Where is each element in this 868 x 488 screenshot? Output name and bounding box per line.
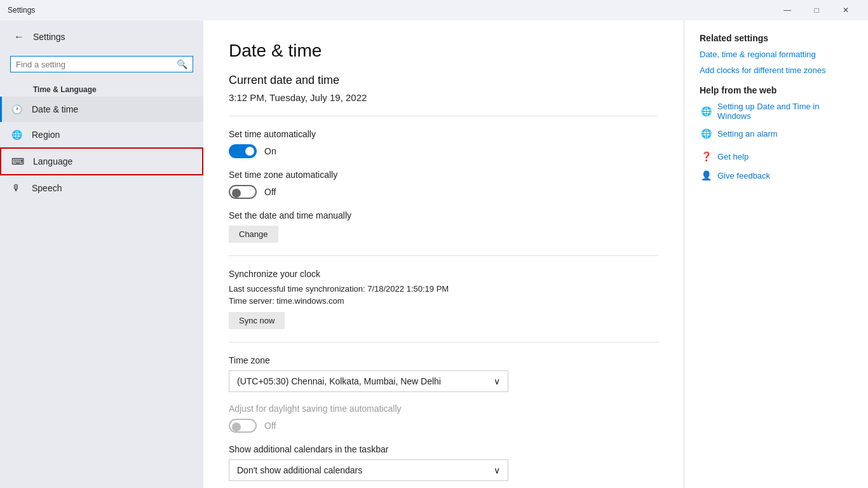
back-button[interactable]: ← <box>10 28 28 46</box>
get-help-link[interactable]: Get help <box>717 152 749 161</box>
section-title: Current date and time <box>229 74 658 87</box>
timezone-chevron-icon: ∨ <box>494 376 500 386</box>
sidebar-header: ← Settings <box>0 20 203 53</box>
close-button[interactable]: ✕ <box>831 0 860 20</box>
set-time-auto-state: On <box>264 146 276 156</box>
additional-cal-dropdown[interactable]: Don't show additional calendars ∨ <box>229 459 508 481</box>
get-help-row[interactable]: ❓ Get help <box>700 150 853 163</box>
set-manual-label: Set the date and time manually <box>229 210 658 220</box>
sidebar-app-title: Settings <box>33 32 65 42</box>
help-link-1-icon: 🌐 <box>700 105 712 118</box>
help-link-1[interactable]: Setting up Date and Time in Windows <box>717 102 853 121</box>
give-feedback-row[interactable]: 👤 Give feedback <box>700 169 853 182</box>
sidebar-item-speech[interactable]: 🎙 Speech <box>0 175 203 201</box>
set-time-auto-row: Set time automatically On <box>229 129 658 158</box>
set-manual-row: Set the date and time manually Change <box>229 210 658 243</box>
help-title: Help from the web <box>700 85 853 95</box>
set-timezone-auto-toggle-row: Off <box>229 185 658 199</box>
right-panel: Related settings Date, time & regional f… <box>684 20 868 488</box>
sync-last: Last successful time synchronization: 7/… <box>229 284 658 294</box>
give-feedback-icon: 👤 <box>700 169 712 182</box>
daylight-toggle-row: Off <box>229 419 658 433</box>
toggle-thumb-time <box>245 147 254 156</box>
additional-cal-row: Show additional calendars in the taskbar… <box>229 444 658 481</box>
search-box[interactable]: 🔍 <box>10 56 193 72</box>
titlebar-controls: — □ ✕ <box>773 0 860 20</box>
sidebar: ← Settings 🔍 Time & Language 🕐 Date & ti… <box>0 20 203 488</box>
set-time-auto-toggle-row: On <box>229 144 658 158</box>
sidebar-item-label-region: Region <box>32 130 60 140</box>
sidebar-item-label-date-time: Date & time <box>32 104 78 114</box>
related-link-2[interactable]: Add clocks for different time zones <box>700 65 853 75</box>
sidebar-item-region[interactable]: 🌐 Region <box>0 122 203 147</box>
help-link-2-icon: 🌐 <box>700 127 712 140</box>
daylight-row: Adjust for daylight saving time automati… <box>229 403 658 433</box>
set-timezone-auto-state: Off <box>264 187 276 197</box>
daylight-label: Adjust for daylight saving time automati… <box>229 403 658 414</box>
cal-chevron-icon: ∨ <box>494 465 500 475</box>
search-icon: 🔍 <box>177 59 187 69</box>
app-container: ← Settings 🔍 Time & Language 🕐 Date & ti… <box>0 20 868 488</box>
timezone-label: Time zone <box>229 355 658 365</box>
sync-row: Synchronize your clock Last successful t… <box>229 269 658 329</box>
minimize-button[interactable]: — <box>773 0 802 20</box>
main-content: Date & time Current date and time 3:12 P… <box>203 20 684 488</box>
toggle-thumb-daylight <box>232 423 241 431</box>
timezone-dropdown[interactable]: (UTC+05:30) Chennai, Kolkata, Mumbai, Ne… <box>229 370 508 392</box>
sidebar-item-language[interactable]: ⌨ Language <box>0 147 203 175</box>
divider-1 <box>229 116 658 116</box>
additional-cal-value: Don't show additional calendars <box>237 465 362 475</box>
set-time-auto-label: Set time automatically <box>229 129 658 139</box>
help-link-1-row[interactable]: 🌐 Setting up Date and Time in Windows <box>700 102 853 121</box>
give-feedback-link[interactable]: Give feedback <box>717 171 770 180</box>
get-help-icon: ❓ <box>700 150 712 163</box>
help-link-2[interactable]: Setting an alarm <box>717 129 778 139</box>
sync-server: Time server: time.windows.com <box>229 296 658 306</box>
divider-3 <box>229 342 658 342</box>
language-icon: ⌨ <box>11 155 24 168</box>
toggle-thumb-timezone <box>232 189 241 198</box>
set-timezone-auto-label: Set time zone automatically <box>229 170 658 180</box>
related-link-1[interactable]: Date, time & regional formatting <box>700 50 853 59</box>
daylight-state: Off <box>264 421 276 431</box>
divider-2 <box>229 255 658 256</box>
page-title: Date & time <box>229 41 658 61</box>
set-timezone-auto-row: Set time zone automatically Off <box>229 170 658 199</box>
related-settings-title: Related settings <box>700 33 853 43</box>
daylight-toggle[interactable] <box>229 419 257 433</box>
maximize-button[interactable]: □ <box>802 0 831 20</box>
set-timezone-auto-toggle[interactable] <box>229 185 257 199</box>
timezone-value: (UTC+05:30) Chennai, Kolkata, Mumbai, Ne… <box>237 376 441 386</box>
timezone-row: Time zone (UTC+05:30) Chennai, Kolkata, … <box>229 355 658 392</box>
titlebar-title: Settings <box>8 6 773 15</box>
help-link-2-row[interactable]: 🌐 Setting an alarm <box>700 127 853 140</box>
sync-title: Synchronize your clock <box>229 269 658 279</box>
change-button[interactable]: Change <box>229 226 278 243</box>
sidebar-item-label-language: Language <box>33 156 72 166</box>
current-datetime: 3:12 PM, Tuesday, July 19, 2022 <box>229 92 658 103</box>
additional-cal-label: Show additional calendars in the taskbar <box>229 444 658 454</box>
sidebar-section-label: Time & Language <box>0 80 203 97</box>
sidebar-item-date-time[interactable]: 🕐 Date & time <box>0 97 203 122</box>
search-input[interactable] <box>16 60 173 69</box>
region-icon: 🌐 <box>10 128 23 141</box>
sync-now-button[interactable]: Sync now <box>229 312 285 329</box>
titlebar: Settings — □ ✕ <box>0 0 868 20</box>
sidebar-item-label-speech: Speech <box>32 183 62 193</box>
speech-icon: 🎙 <box>10 182 23 194</box>
set-time-auto-toggle[interactable] <box>229 144 257 158</box>
date-time-icon: 🕐 <box>10 103 23 116</box>
